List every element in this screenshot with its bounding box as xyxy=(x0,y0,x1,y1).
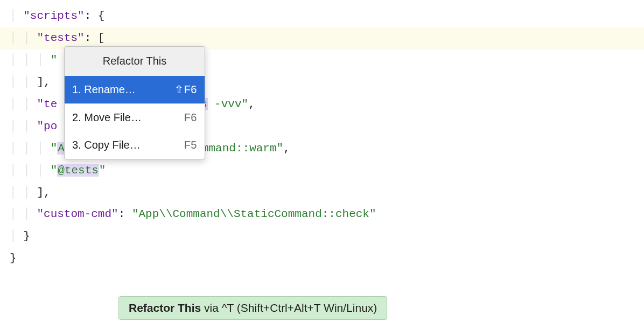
code-line: │ │ │ "@tests" xyxy=(0,160,644,182)
menu-item-label: 1. Rename… xyxy=(72,79,136,100)
code-line: │ } xyxy=(0,226,644,248)
code-line: │ │ "custom-cmd": "App\\Command\\StaticC… xyxy=(0,204,644,226)
code-line: } xyxy=(0,248,644,270)
menu-item-rename[interactable]: 1. Rename… ⇧F6 xyxy=(65,76,205,103)
menu-item-label: 3. Copy File… xyxy=(72,135,141,156)
code-line: │ │ ], xyxy=(0,182,644,204)
menu-item-shortcut: F6 xyxy=(184,107,197,128)
menu-item-shortcut: ⇧F6 xyxy=(174,79,197,100)
hint-text: via ^T (Shift+Ctrl+Alt+T Win/Linux) xyxy=(201,302,377,314)
code-line: │ "scripts": { xyxy=(0,5,644,27)
menu-item-shortcut: F5 xyxy=(184,135,197,156)
menu-item-label: 2. Move File… xyxy=(72,107,142,128)
popup-title: Refactor This xyxy=(65,47,205,76)
menu-item-move-file[interactable]: 2. Move File… F6 xyxy=(65,104,205,131)
hint-badge: Refactor This via ^T (Shift+Ctrl+Alt+T W… xyxy=(118,296,387,320)
hint-title: Refactor This xyxy=(129,302,201,314)
code-editor[interactable]: │ "scripts": { │ │ "tests": [ │ │ │ " │ … xyxy=(0,0,644,270)
menu-item-copy-file[interactable]: 3. Copy File… F5 xyxy=(65,131,205,159)
refactor-popup: Refactor This 1. Rename… ⇧F6 2. Move Fil… xyxy=(64,46,205,159)
